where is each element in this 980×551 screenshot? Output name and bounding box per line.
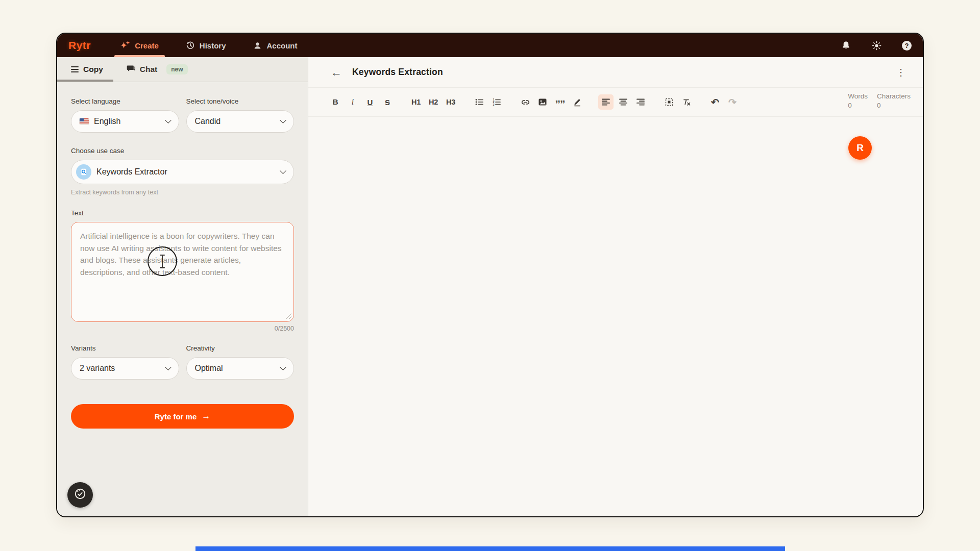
underline-button[interactable]: U	[362, 94, 378, 110]
cookie-icon	[73, 487, 87, 503]
italic-button[interactable]: i	[345, 94, 360, 110]
nav-create[interactable]: ✦✦ Create	[120, 34, 159, 57]
notifications-bell-icon[interactable]	[841, 40, 851, 51]
variants-select[interactable]: 2 variants	[71, 357, 179, 380]
tab-chat[interactable]: Chat new	[127, 64, 188, 74]
heading2-button[interactable]: H2	[426, 94, 441, 110]
nav-history[interactable]: History	[185, 34, 226, 57]
ryte-for-me-label: Ryte for me	[155, 412, 197, 421]
align-left-button[interactable]	[598, 94, 614, 110]
copy-tab-indicator	[57, 80, 113, 82]
words-counter: Words 0	[848, 92, 868, 109]
highlight-button[interactable]	[570, 94, 585, 110]
language-label: Select language	[71, 97, 179, 105]
copy-lines-icon	[71, 66, 79, 73]
bottom-progress-bar	[195, 546, 785, 551]
main-panel: ← Keywords Extraction ⋮ B i U S H1 H2 H3	[308, 57, 923, 516]
characters-counter: Characters 0	[877, 92, 911, 109]
tone-value: Candid	[195, 117, 276, 126]
nav-account-label: Account	[267, 41, 298, 50]
sidebar: Copy Chat new Select language	[57, 57, 308, 516]
help-icon[interactable]: ?	[902, 41, 912, 51]
arrow-right-icon: →	[202, 411, 210, 421]
document-title: Keywords Extraction	[352, 67, 443, 78]
undo-button[interactable]: ↶	[707, 94, 723, 110]
tone-label: Select tone/voice	[186, 97, 295, 105]
tab-chat-label: Chat	[140, 65, 157, 74]
tab-copy-label: Copy	[83, 65, 103, 74]
use-case-select[interactable]: Keywords Extractor	[71, 160, 294, 184]
tone-select[interactable]: Candid	[186, 110, 295, 133]
text-label: Text	[71, 209, 294, 217]
align-right-button[interactable]	[633, 94, 648, 110]
back-arrow-icon[interactable]: ←	[331, 67, 342, 78]
chat-new-badge: new	[166, 64, 187, 74]
chevron-down-icon	[280, 117, 286, 123]
rytr-logo[interactable]: Rytr	[68, 39, 91, 52]
history-clock-icon	[185, 40, 195, 51]
variants-label: Variants	[71, 344, 179, 352]
ryte-for-me-button[interactable]: Ryte for me →	[71, 404, 294, 429]
clear-format-button[interactable]	[679, 94, 694, 110]
variants-value: 2 variants	[80, 364, 161, 373]
top-navbar: Rytr ✦✦ Create History	[57, 34, 923, 57]
editor-canvas[interactable]: R	[308, 117, 923, 516]
more-options-icon[interactable]: ⋮	[892, 66, 910, 79]
chevron-down-icon	[280, 364, 286, 370]
strikethrough-button[interactable]: S	[380, 94, 395, 110]
chevron-down-icon	[165, 117, 172, 123]
bullet-list-button[interactable]	[472, 94, 487, 110]
app-window: Rytr ✦✦ Create History	[56, 33, 924, 517]
bold-button[interactable]: B	[328, 94, 343, 110]
align-center-button[interactable]	[616, 94, 631, 110]
chevron-down-icon	[165, 364, 172, 370]
svg-text:3: 3	[493, 103, 494, 106]
keywords-extractor-icon	[76, 164, 91, 180]
cookie-settings-button[interactable]	[67, 482, 93, 508]
us-flag-icon	[80, 118, 89, 124]
rytr-assistant-bubble[interactable]: R	[848, 136, 872, 160]
sparkle-icon: ✦✦	[120, 41, 131, 49]
blockquote-button[interactable]: ””	[552, 96, 568, 112]
language-select[interactable]: English	[71, 110, 179, 133]
use-case-helper: Extract keywords from any text	[71, 189, 294, 196]
use-case-value: Keywords Extractor	[96, 167, 276, 177]
sidebar-form: Select language Select tone/voice Englis…	[57, 82, 308, 516]
chat-bubble-icon	[127, 64, 135, 74]
nav-history-label: History	[200, 41, 226, 50]
link-button[interactable]	[518, 94, 533, 110]
language-value: English	[94, 117, 161, 126]
redo-button[interactable]: ↷	[725, 94, 740, 110]
editor-stats: Words 0 Characters 0	[848, 88, 911, 109]
creativity-label: Creativity	[186, 344, 295, 352]
ordered-list-button[interactable]: 123	[489, 94, 504, 110]
chevron-down-icon	[280, 167, 286, 174]
use-case-label: Choose use case	[71, 147, 294, 155]
image-button[interactable]	[535, 94, 550, 110]
heading3-button[interactable]: H3	[443, 94, 458, 110]
theme-sun-icon[interactable]	[871, 40, 881, 51]
document-header: ← Keywords Extraction ⋮	[308, 57, 923, 88]
text-input[interactable]	[71, 222, 294, 322]
navbar-right-icons: ?	[841, 40, 912, 51]
creativity-select[interactable]: Optimal	[186, 357, 295, 380]
nav-create-label: Create	[135, 41, 159, 50]
sidebar-tabs: Copy Chat new	[57, 57, 308, 82]
creativity-value: Optimal	[195, 364, 276, 373]
editor-toolbar: B i U S H1 H2 H3	[308, 88, 923, 117]
heading1-button[interactable]: H1	[408, 94, 424, 110]
person-icon	[253, 40, 263, 51]
select-all-button[interactable]	[662, 94, 677, 110]
nav-account[interactable]: Account	[253, 34, 298, 57]
tab-copy[interactable]: Copy	[71, 65, 103, 74]
char-counter: 0/2500	[71, 325, 294, 332]
